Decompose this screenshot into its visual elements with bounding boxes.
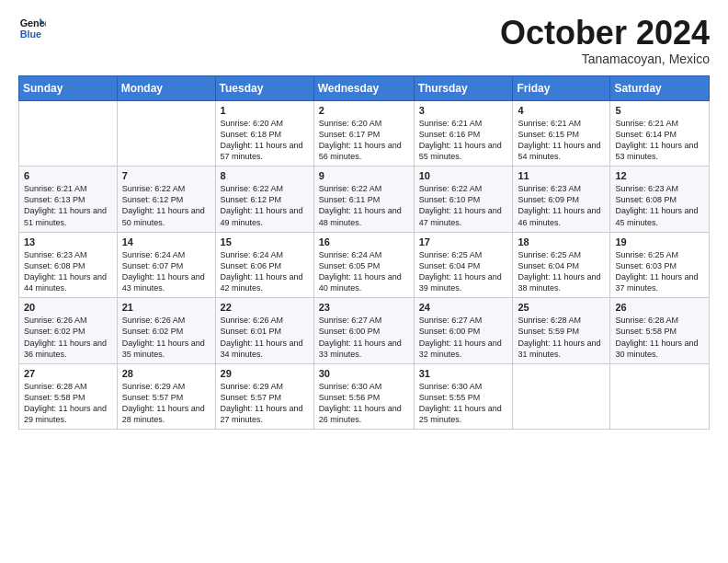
cell-info: Sunrise: 6:20 AM Sunset: 6:18 PM Dayligh…	[221, 118, 309, 163]
day-number: 13	[24, 236, 112, 247]
calendar-cell: 21Sunrise: 6:26 AM Sunset: 6:02 PM Dayli…	[117, 298, 215, 364]
weekday-header-saturday: Saturday	[610, 75, 710, 100]
calendar-cell: 20Sunrise: 6:26 AM Sunset: 6:02 PM Dayli…	[19, 298, 118, 364]
calendar-cell: 23Sunrise: 6:27 AM Sunset: 6:00 PM Dayli…	[313, 298, 414, 364]
day-number: 14	[122, 236, 210, 247]
cell-info: Sunrise: 6:22 AM Sunset: 6:12 PM Dayligh…	[221, 183, 309, 228]
calendar-cell: 5Sunrise: 6:21 AM Sunset: 6:14 PM Daylig…	[610, 100, 710, 167]
calendar-cell	[513, 363, 610, 430]
day-number: 3	[419, 105, 508, 116]
calendar-cell: 26Sunrise: 6:28 AM Sunset: 5:58 PM Dayli…	[610, 298, 710, 364]
day-number: 20	[24, 302, 112, 313]
day-number: 27	[24, 368, 112, 379]
weekday-header-sunday: Sunday	[19, 75, 118, 100]
title-block: October 2024 Tanamacoyan, Mexico	[500, 15, 710, 66]
calendar-cell: 4Sunrise: 6:21 AM Sunset: 6:15 PM Daylig…	[513, 100, 610, 167]
day-number: 31	[419, 368, 508, 379]
cell-info: Sunrise: 6:24 AM Sunset: 6:05 PM Dayligh…	[319, 249, 409, 294]
cell-info: Sunrise: 6:21 AM Sunset: 6:15 PM Dayligh…	[518, 118, 605, 163]
cell-info: Sunrise: 6:25 AM Sunset: 6:04 PM Dayligh…	[419, 249, 508, 294]
cell-info: Sunrise: 6:23 AM Sunset: 6:09 PM Dayligh…	[518, 183, 605, 228]
calendar-cell: 9Sunrise: 6:22 AM Sunset: 6:11 PM Daylig…	[313, 167, 414, 233]
cell-info: Sunrise: 6:25 AM Sunset: 6:03 PM Dayligh…	[615, 249, 704, 294]
day-number: 8	[221, 170, 309, 181]
calendar-cell: 19Sunrise: 6:25 AM Sunset: 6:03 PM Dayli…	[610, 232, 710, 298]
cell-info: Sunrise: 6:22 AM Sunset: 6:11 PM Dayligh…	[319, 183, 409, 228]
cell-info: Sunrise: 6:27 AM Sunset: 6:00 PM Dayligh…	[319, 315, 409, 360]
day-number: 18	[518, 236, 605, 247]
cell-info: Sunrise: 6:20 AM Sunset: 6:17 PM Dayligh…	[319, 118, 409, 163]
cell-info: Sunrise: 6:23 AM Sunset: 6:08 PM Dayligh…	[615, 183, 704, 228]
day-number: 5	[615, 105, 704, 116]
day-number: 16	[319, 236, 409, 247]
day-number: 12	[615, 170, 704, 181]
week-row-1: 1Sunrise: 6:20 AM Sunset: 6:18 PM Daylig…	[19, 100, 710, 167]
cell-info: Sunrise: 6:22 AM Sunset: 6:12 PM Dayligh…	[122, 183, 210, 228]
calendar-cell: 16Sunrise: 6:24 AM Sunset: 6:05 PM Dayli…	[313, 232, 414, 298]
header: General Blue October 2024 Tanamacoyan, M…	[18, 15, 710, 66]
calendar-cell: 1Sunrise: 6:20 AM Sunset: 6:18 PM Daylig…	[215, 100, 313, 167]
calendar-cell: 6Sunrise: 6:21 AM Sunset: 6:13 PM Daylig…	[19, 167, 118, 233]
cell-info: Sunrise: 6:29 AM Sunset: 5:57 PM Dayligh…	[221, 381, 309, 426]
weekday-header-tuesday: Tuesday	[215, 75, 313, 100]
calendar-cell: 11Sunrise: 6:23 AM Sunset: 6:09 PM Dayli…	[513, 167, 610, 233]
weekday-header-thursday: Thursday	[414, 75, 513, 100]
calendar-cell: 24Sunrise: 6:27 AM Sunset: 6:00 PM Dayli…	[414, 298, 513, 364]
day-number: 29	[221, 368, 309, 379]
calendar-cell	[610, 363, 710, 430]
calendar-cell: 29Sunrise: 6:29 AM Sunset: 5:57 PM Dayli…	[215, 363, 313, 430]
logo: General Blue	[18, 15, 46, 42]
cell-info: Sunrise: 6:26 AM Sunset: 6:02 PM Dayligh…	[122, 315, 210, 360]
page: General Blue October 2024 Tanamacoyan, M…	[0, 0, 728, 563]
month-title: October 2024	[500, 15, 710, 52]
calendar-cell: 3Sunrise: 6:21 AM Sunset: 6:16 PM Daylig…	[414, 100, 513, 167]
day-number: 11	[518, 170, 605, 181]
weekday-header-friday: Friday	[513, 75, 610, 100]
week-row-2: 6Sunrise: 6:21 AM Sunset: 6:13 PM Daylig…	[19, 167, 710, 233]
calendar-cell: 25Sunrise: 6:28 AM Sunset: 5:59 PM Dayli…	[513, 298, 610, 364]
cell-info: Sunrise: 6:22 AM Sunset: 6:10 PM Dayligh…	[419, 183, 508, 228]
day-number: 19	[615, 236, 704, 247]
cell-info: Sunrise: 6:30 AM Sunset: 5:55 PM Dayligh…	[419, 381, 508, 426]
weekday-header-monday: Monday	[117, 75, 215, 100]
calendar-cell	[117, 100, 215, 167]
cell-info: Sunrise: 6:25 AM Sunset: 6:04 PM Dayligh…	[518, 249, 605, 294]
day-number: 23	[319, 302, 409, 313]
day-number: 25	[518, 302, 605, 313]
day-number: 21	[122, 302, 210, 313]
cell-info: Sunrise: 6:24 AM Sunset: 6:07 PM Dayligh…	[122, 249, 210, 294]
week-row-3: 13Sunrise: 6:23 AM Sunset: 6:08 PM Dayli…	[19, 232, 710, 298]
cell-info: Sunrise: 6:27 AM Sunset: 6:00 PM Dayligh…	[419, 315, 508, 360]
calendar-table: SundayMondayTuesdayWednesdayThursdayFrid…	[18, 75, 710, 431]
week-row-4: 20Sunrise: 6:26 AM Sunset: 6:02 PM Dayli…	[19, 298, 710, 364]
day-number: 26	[615, 302, 704, 313]
calendar-cell: 14Sunrise: 6:24 AM Sunset: 6:07 PM Dayli…	[117, 232, 215, 298]
calendar-cell: 17Sunrise: 6:25 AM Sunset: 6:04 PM Dayli…	[414, 232, 513, 298]
cell-info: Sunrise: 6:26 AM Sunset: 6:01 PM Dayligh…	[221, 315, 309, 360]
cell-info: Sunrise: 6:24 AM Sunset: 6:06 PM Dayligh…	[221, 249, 309, 294]
day-number: 9	[319, 170, 409, 181]
cell-info: Sunrise: 6:28 AM Sunset: 5:58 PM Dayligh…	[615, 315, 704, 360]
calendar-cell: 2Sunrise: 6:20 AM Sunset: 6:17 PM Daylig…	[313, 100, 414, 167]
day-number: 24	[419, 302, 508, 313]
day-number: 2	[319, 105, 409, 116]
day-number: 17	[419, 236, 508, 247]
cell-info: Sunrise: 6:26 AM Sunset: 6:02 PM Dayligh…	[24, 315, 112, 360]
calendar-cell: 22Sunrise: 6:26 AM Sunset: 6:01 PM Dayli…	[215, 298, 313, 364]
calendar-cell: 30Sunrise: 6:30 AM Sunset: 5:56 PM Dayli…	[313, 363, 414, 430]
cell-info: Sunrise: 6:23 AM Sunset: 6:08 PM Dayligh…	[24, 249, 112, 294]
day-number: 30	[319, 368, 409, 379]
cell-info: Sunrise: 6:21 AM Sunset: 6:16 PM Dayligh…	[419, 118, 508, 163]
cell-info: Sunrise: 6:21 AM Sunset: 6:13 PM Dayligh…	[24, 183, 112, 228]
calendar-cell: 8Sunrise: 6:22 AM Sunset: 6:12 PM Daylig…	[215, 167, 313, 233]
day-number: 15	[221, 236, 309, 247]
cell-info: Sunrise: 6:30 AM Sunset: 5:56 PM Dayligh…	[319, 381, 409, 426]
calendar-cell: 31Sunrise: 6:30 AM Sunset: 5:55 PM Dayli…	[414, 363, 513, 430]
calendar-cell: 15Sunrise: 6:24 AM Sunset: 6:06 PM Dayli…	[215, 232, 313, 298]
day-number: 4	[518, 105, 605, 116]
day-number: 10	[419, 170, 508, 181]
day-number: 28	[122, 368, 210, 379]
calendar-cell: 10Sunrise: 6:22 AM Sunset: 6:10 PM Dayli…	[414, 167, 513, 233]
week-row-5: 27Sunrise: 6:28 AM Sunset: 5:58 PM Dayli…	[19, 363, 710, 430]
day-number: 7	[122, 170, 210, 181]
